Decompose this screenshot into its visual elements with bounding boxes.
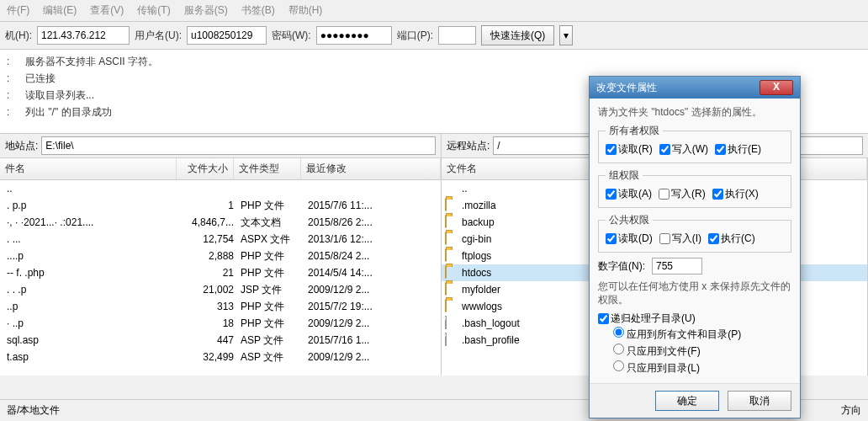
table-row[interactable]: ....p2,888PHP 文件2015/8/24 2...: [0, 248, 441, 264]
list-item[interactable]: htdocs: [442, 264, 592, 281]
host-label: 机(H):: [5, 29, 32, 43]
folder-icon: [445, 248, 447, 262]
table-row[interactable]: sql.asp447ASP 文件2015/7/16 1...: [0, 332, 441, 349]
public-write-checkbox[interactable]: [659, 233, 670, 244]
file-attributes-dialog: 改变文件属性 X 请为文件夹 "htdocs" 选择新的属性。 所有者权限 读取…: [589, 76, 801, 418]
col-type[interactable]: 文件类型: [234, 158, 301, 179]
list-item[interactable]: ..: [442, 180, 592, 197]
log-line: :服务器不支持非 ASCII 字符。: [7, 53, 861, 70]
list-item[interactable]: ftplogs: [442, 248, 592, 264]
quick-connect-dropdown[interactable]: ▾: [559, 25, 573, 45]
owner-read-checkbox[interactable]: [606, 144, 617, 155]
username-input[interactable]: [187, 26, 267, 45]
table-row[interactable]: ·, · ·2021...· .:021....4,846,7...文本文档20…: [0, 214, 441, 231]
public-exec-checkbox[interactable]: [708, 233, 719, 244]
remote-file-pane: 文件名 ...mozillabackupcgi-binftplogshtdocs…: [442, 158, 593, 376]
recurse-checkbox[interactable]: [598, 313, 609, 324]
owner-exec-checkbox[interactable]: [715, 144, 726, 155]
remote-site-label: 远程站点:: [447, 139, 490, 153]
user-label: 用户名(U):: [135, 29, 182, 43]
list-item[interactable]: .mozilla: [442, 197, 592, 214]
file-icon: [445, 316, 447, 329]
apply-all-radio[interactable]: [613, 327, 624, 338]
cancel-button[interactable]: 取消: [728, 391, 791, 411]
local-path-input[interactable]: [41, 136, 436, 155]
menu-item[interactable]: 编辑(E): [40, 2, 80, 19]
table-row[interactable]: . p.p1PHP 文件2015/7/6 11:...: [0, 197, 441, 214]
menu-item[interactable]: 传输(T): [134, 2, 173, 19]
menu-item[interactable]: 查看(V): [87, 2, 127, 19]
folder-icon: [445, 232, 447, 245]
col-name[interactable]: 件名: [0, 158, 177, 179]
group-read-checkbox[interactable]: [606, 189, 617, 200]
port-label: 端口(P):: [397, 29, 433, 43]
status-left: 器/本地文件: [7, 403, 60, 418]
password-input[interactable]: [316, 26, 392, 45]
table-row[interactable]: · ..p18PHP 文件2009/12/9 2...: [0, 315, 441, 332]
group-legend: 组权限: [606, 168, 643, 183]
local-site-label: 地站点:: [5, 139, 38, 153]
folder-icon: [445, 299, 447, 312]
menubar: 件(F)编辑(E)查看(V)传输(T)服务器(S)书签(B)帮助(H): [0, 0, 868, 22]
connection-toolbar: 机(H): 用户名(U): 密码(W): 端口(P): 快速连接(Q) ▾: [0, 22, 868, 50]
dialog-intro: 请为文件夹 "htdocs" 选择新的属性。: [598, 105, 791, 119]
numeric-label: 数字值(N):: [598, 259, 645, 274]
table-row[interactable]: t.asp32,499ASP 文件2009/12/9 2...: [0, 349, 441, 365]
local-file-pane: 件名 文件大小 文件类型 最近修改 ... p.p1PHP 文件2015/7/6…: [0, 158, 442, 376]
menu-item[interactable]: 件(F): [3, 2, 33, 19]
list-item[interactable]: .bash_logout: [442, 315, 592, 332]
owner-legend: 所有者权限: [606, 124, 663, 138]
col-remote-name[interactable]: 文件名: [442, 158, 592, 179]
table-row[interactable]: . . .p21,002JSP 文件2009/12/9 2...: [0, 281, 441, 298]
menu-item[interactable]: 帮助(H): [285, 2, 326, 19]
list-item[interactable]: backup: [442, 214, 592, 231]
folder-icon: [445, 198, 447, 211]
menu-item[interactable]: 服务器(S): [181, 2, 231, 19]
apply-dirs-radio[interactable]: [613, 360, 624, 371]
table-row[interactable]: ..p313PHP 文件2015/7/2 19:...: [0, 298, 441, 315]
table-row[interactable]: . ...12,754ASPX 文件2013/1/6 12:...: [0, 231, 441, 248]
host-input[interactable]: [37, 26, 130, 45]
list-item[interactable]: cgi-bin: [442, 231, 592, 248]
folder-icon: [445, 215, 447, 228]
col-size[interactable]: 文件大小: [177, 158, 234, 179]
public-legend: 公共权限: [606, 213, 653, 227]
pass-label: 密码(W):: [272, 29, 311, 43]
folder-icon: [445, 265, 447, 279]
close-icon[interactable]: X: [760, 80, 793, 95]
col-mtime[interactable]: 最近修改: [301, 158, 441, 179]
list-item[interactable]: myfolder: [442, 281, 592, 298]
dialog-title: 改变文件属性: [596, 81, 657, 95]
table-row[interactable]: ..: [0, 180, 441, 197]
numeric-value-input[interactable]: [652, 258, 702, 274]
wildcard-hint: 您可以在任何地方使用 x 来保持原先文件的权限。: [598, 280, 791, 306]
list-item[interactable]: .bash_profile: [442, 332, 592, 349]
owner-write-checkbox[interactable]: [659, 144, 670, 155]
ok-button[interactable]: 确定: [655, 391, 719, 411]
group-exec-checkbox[interactable]: [712, 189, 723, 200]
menu-item[interactable]: 书签(B): [238, 2, 278, 19]
public-read-checkbox[interactable]: [606, 233, 617, 244]
apply-files-radio[interactable]: [613, 344, 624, 354]
list-item[interactable]: wwwlogs: [442, 298, 592, 315]
folder-icon: [445, 282, 447, 296]
port-input[interactable]: [438, 26, 476, 45]
file-icon: [445, 333, 447, 346]
table-row[interactable]: -- f. .php21PHP 文件2014/5/4 14:...: [0, 264, 441, 281]
group-write-checkbox[interactable]: [659, 189, 670, 200]
quick-connect-button[interactable]: 快速连接(Q): [481, 25, 554, 45]
status-right: 方向: [841, 403, 861, 418]
